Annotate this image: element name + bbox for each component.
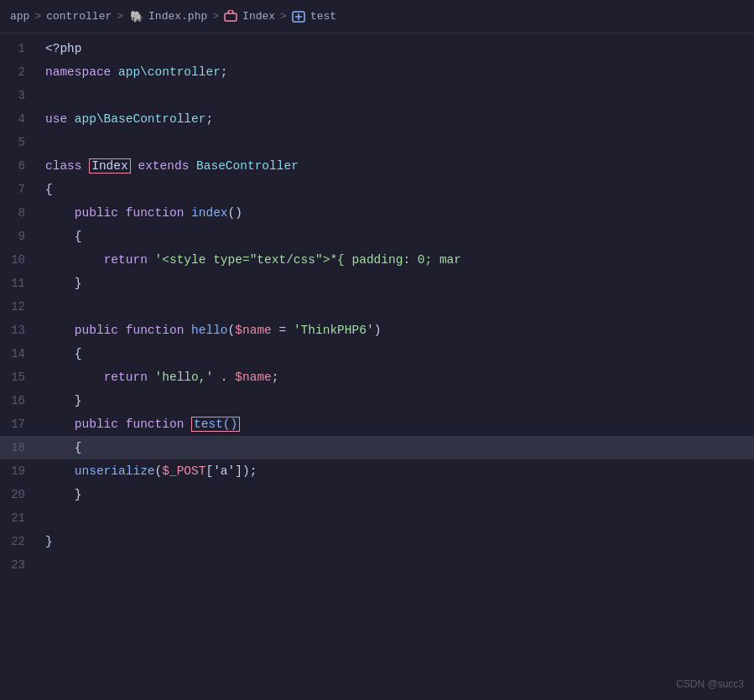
token: $name — [235, 371, 272, 384]
line-number: 3 — [0, 84, 42, 107]
code-line: 7{ — [0, 178, 754, 201]
token: public — [75, 324, 118, 337]
token: ) — [374, 324, 382, 337]
code-line: 14 { — [0, 342, 754, 366]
line-content[interactable]: } — [42, 530, 754, 553]
token — [45, 464, 75, 478]
token — [148, 253, 155, 267]
token: return — [104, 371, 148, 384]
breadcrumb-methodname[interactable]: test — [310, 10, 336, 23]
line-content[interactable]: public function hello($name = 'ThinkPHP6… — [42, 319, 754, 342]
line-content[interactable]: public function test() — [42, 412, 754, 436]
line-number: 11 — [0, 272, 42, 295]
token — [184, 417, 191, 431]
line-number: 20 — [0, 483, 42, 506]
breadcrumb-classname[interactable]: Index — [242, 10, 275, 23]
line-number: 5 — [0, 131, 42, 154]
line-number: 21 — [0, 506, 42, 530]
token: <?php — [45, 42, 82, 55]
line-content[interactable]: unserialize($_POST['a']); — [42, 459, 754, 483]
breadcrumb-sep-4: > — [280, 10, 287, 23]
code-line: 10 return '<style type="text/css">*{ pad… — [0, 248, 754, 272]
code-line: 22} — [0, 530, 754, 553]
line-content[interactable]: { — [42, 178, 754, 201]
code-line: 9 { — [0, 225, 754, 248]
token — [45, 417, 75, 431]
breadcrumb-sep-3: > — [212, 10, 219, 23]
token: class — [45, 159, 89, 173]
token: ; — [221, 65, 228, 79]
breadcrumb-sep-1: > — [34, 10, 41, 23]
svg-rect-0 — [225, 13, 237, 21]
code-line: 11 } — [0, 272, 754, 295]
code-line: 13 public function hello($name = 'ThinkP… — [0, 319, 754, 342]
code-line: 3 — [0, 84, 754, 107]
token: return — [104, 253, 148, 267]
class-icon — [224, 10, 237, 23]
breadcrumb-controller[interactable]: controller — [46, 10, 112, 23]
token — [45, 488, 75, 501]
line-number: 12 — [0, 295, 42, 319]
token: extends — [138, 159, 189, 173]
line-number: 15 — [0, 366, 42, 389]
line-number: 13 — [0, 319, 42, 342]
line-content[interactable]: } — [42, 272, 754, 295]
watermark: CSDN @succ3 — [676, 678, 744, 690]
line-content[interactable]: } — [42, 389, 754, 412]
token: { — [75, 230, 82, 243]
token: $_POST — [162, 464, 205, 478]
token: function — [126, 324, 185, 337]
line-number: 2 — [0, 60, 42, 84]
token: '<style type="text/css">*{ padding: 0; m… — [155, 253, 461, 267]
line-content[interactable]: class Index extends BaseController — [42, 154, 754, 178]
line-number: 8 — [0, 201, 42, 225]
token — [45, 230, 75, 243]
token — [45, 206, 75, 220]
code-line: 6class Index extends BaseController — [0, 154, 754, 178]
token — [45, 371, 104, 384]
token: namespace — [45, 65, 118, 79]
code-line: 1<?php — [0, 37, 754, 60]
line-content[interactable]: public function index() — [42, 201, 754, 225]
line-number: 4 — [0, 107, 42, 131]
line-content[interactable]: use app\BaseController; — [42, 107, 754, 131]
line-content[interactable]: return 'hello,' . $name; — [42, 366, 754, 389]
token — [184, 324, 191, 337]
code-line: 15 return 'hello,' . $name; — [0, 366, 754, 389]
code-line: 8 public function index() — [0, 201, 754, 225]
highlighted-token: test() — [191, 417, 240, 432]
token — [184, 206, 191, 220]
token: index — [191, 206, 228, 220]
token: } — [45, 535, 53, 548]
token: 'ThinkPHP6' — [294, 324, 374, 337]
line-number: 23 — [0, 553, 42, 577]
breadcrumb-sep-2: > — [117, 10, 123, 23]
line-content[interactable]: namespace app\controller; — [42, 60, 754, 84]
line-number: 6 — [0, 154, 42, 178]
highlighted-token: Index — [89, 158, 131, 174]
code-line: 20 } — [0, 483, 754, 506]
php-icon: 🐘 — [130, 10, 143, 23]
token: } — [75, 277, 82, 290]
token: = — [272, 324, 294, 337]
line-content[interactable]: { — [42, 342, 754, 366]
line-content[interactable]: { — [42, 436, 754, 459]
token: () — [228, 206, 242, 220]
token: ( — [228, 324, 236, 337]
breadcrumb-filename[interactable]: Index.php — [148, 10, 207, 23]
code-line: 16 } — [0, 389, 754, 412]
token — [45, 324, 75, 337]
line-content[interactable]: { — [42, 225, 754, 248]
line-content[interactable]: <?php — [42, 37, 754, 60]
line-content[interactable]: return '<style type="text/css">*{ paddin… — [42, 248, 754, 272]
token: { — [75, 441, 82, 454]
token: } — [75, 394, 82, 407]
token: } — [75, 488, 82, 501]
line-content[interactable]: } — [42, 483, 754, 506]
breadcrumb-app[interactable]: app — [10, 10, 29, 23]
token — [45, 441, 75, 454]
code-line: 19 unserialize($_POST['a']); — [0, 459, 754, 483]
code-line: 18 { — [0, 436, 754, 459]
token — [45, 277, 75, 290]
line-number: 9 — [0, 225, 42, 248]
